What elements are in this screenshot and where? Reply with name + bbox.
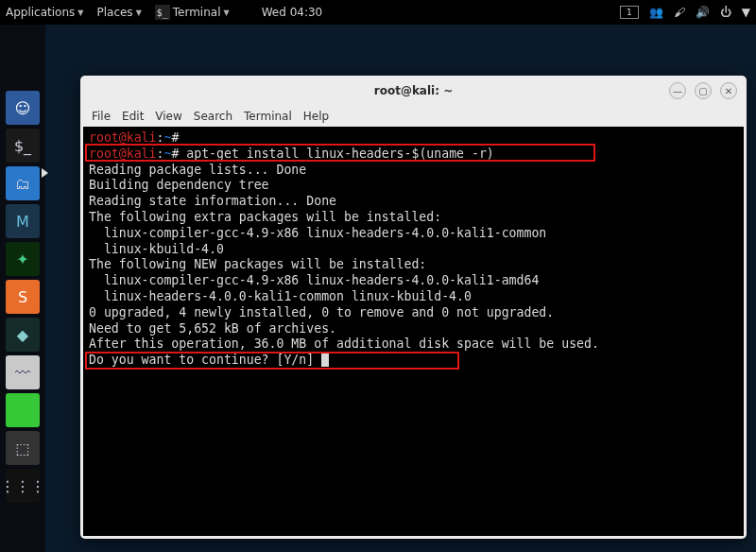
terminal-output[interactable]: root@kali:~# root@kali:~# apt-get instal… <box>83 127 744 536</box>
window-title: root@kali: ~ <box>80 84 747 97</box>
prompt-symbol: # <box>171 130 179 145</box>
menu-edit[interactable]: Edit <box>122 110 144 123</box>
out-line: linux-kbuild-4.0 <box>89 242 224 256</box>
places-menu[interactable]: Places ▼ <box>96 5 141 20</box>
active-application[interactable]: $_ Terminal ▼ <box>155 5 230 20</box>
dock-show-apps[interactable]: ⋮⋮⋮ <box>6 469 40 503</box>
chevron-down-icon: ▼ <box>224 9 230 17</box>
applications-menu[interactable]: Applications ▼ <box>6 5 83 20</box>
titlebar[interactable]: root@kali: ~ — ▢ ✕ <box>80 76 747 106</box>
out-line: Building dependency tree <box>89 178 321 192</box>
terminal-icon: $_ <box>155 5 170 20</box>
maximize-button[interactable]: ▢ <box>695 82 712 99</box>
menu-file[interactable]: File <box>92 110 111 123</box>
minimize-button[interactable]: — <box>669 82 686 99</box>
power-icon[interactable]: ⏻ <box>720 6 731 19</box>
top-panel: Applications ▼ Places ▼ $_ Terminal ▼ We… <box>0 0 756 25</box>
out-line: linux-headers-4.0.0-kali1-common linux-k… <box>89 289 472 303</box>
applications-label: Applications <box>6 6 75 19</box>
out-line: The following NEW packages will be insta… <box>89 257 426 271</box>
menu-search[interactable]: Search <box>194 110 232 123</box>
dock-app-green[interactable] <box>6 393 40 427</box>
out-line: Do you want to continue? [Y/n] <box>89 353 321 367</box>
clock-label: Wed 04:30 <box>262 6 323 19</box>
cursor <box>321 354 329 367</box>
dock: ☺ $_ 🗂 M ✦ S ◆ 〰 ⬚ ⋮⋮⋮ <box>0 25 45 552</box>
dock-maltego[interactable]: ◆ <box>6 318 40 352</box>
out-line: 0 upgraded, 4 newly installed, 0 to remo… <box>89 305 554 319</box>
menu-help[interactable]: Help <box>303 110 329 123</box>
active-indicator <box>42 168 48 178</box>
dock-wireshark[interactable]: 〰 <box>6 355 40 389</box>
out-line: Reading state information... Done <box>89 194 336 208</box>
dock-metasploit[interactable]: M <box>6 204 40 238</box>
chevron-down-icon: ▼ <box>136 9 142 17</box>
menu-view[interactable]: View <box>155 110 181 123</box>
chevron-down-icon: ▼ <box>77 9 83 17</box>
out-line: Reading package lists... Done <box>89 163 306 177</box>
volume-icon[interactable]: 🔊 <box>696 6 710 19</box>
dock-app-1[interactable]: ☺ <box>6 91 40 125</box>
command-text: apt-get install linux-headers-$(uname -r… <box>179 147 493 161</box>
close-button[interactable]: ✕ <box>720 82 737 99</box>
dock-terminal[interactable]: $_ <box>6 129 40 163</box>
chevron-down-icon: ▼ <box>742 6 750 19</box>
out-line: Need to get 5,652 kB of archives. <box>89 321 336 336</box>
out-line: linux-compiler-gcc-4.9-x86 linux-headers… <box>89 273 539 287</box>
dock-files[interactable]: 🗂 <box>6 166 40 200</box>
dock-armitage[interactable]: ✦ <box>6 242 40 276</box>
dock-burp[interactable]: S <box>6 280 40 314</box>
menu-terminal[interactable]: Terminal <box>244 110 292 123</box>
out-line: After this operation, 36.0 MB of additio… <box>89 336 599 351</box>
users-icon[interactable]: 👥 <box>649 6 663 19</box>
dock-app-gray[interactable]: ⬚ <box>6 431 40 465</box>
out-line: The following extra packages will be ins… <box>89 210 441 224</box>
brush-icon[interactable]: 🖌 <box>674 6 685 19</box>
prompt-host: kali <box>127 130 157 145</box>
active-app-label: Terminal <box>173 6 221 19</box>
workspace-indicator[interactable]: 1 <box>620 6 639 19</box>
places-label: Places <box>96 6 132 19</box>
terminal-window: root@kali: ~ — ▢ ✕ File Edit View Search… <box>80 76 747 539</box>
menubar: File Edit View Search Terminal Help <box>80 106 747 127</box>
out-line: linux-compiler-gcc-4.9-x86 linux-headers… <box>89 226 546 240</box>
prompt-user: root <box>89 130 119 145</box>
prompt-at: @ <box>119 130 127 145</box>
